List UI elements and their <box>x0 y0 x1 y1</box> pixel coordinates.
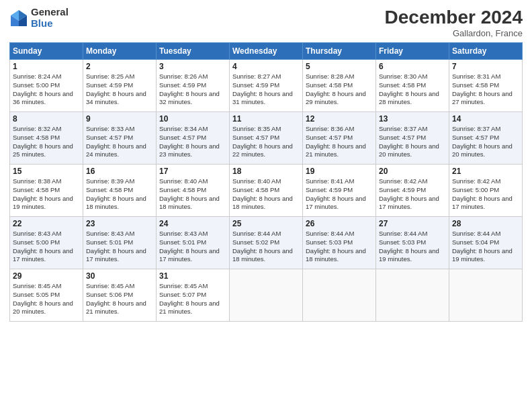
calendar-day-header: Wednesday <box>230 43 303 60</box>
cell-content: Sunrise: 8:35 AMSunset: 4:57 PMDaylight:… <box>232 125 293 158</box>
calendar-day-header: Thursday <box>303 43 376 60</box>
day-number: 3 <box>159 62 226 71</box>
calendar-cell: 6 Sunrise: 8:30 AMSunset: 4:58 PMDayligh… <box>376 60 449 112</box>
day-number: 31 <box>159 271 226 281</box>
cell-content: Sunrise: 8:37 AMSunset: 4:57 PMDaylight:… <box>452 125 513 158</box>
calendar-cell: 4 Sunrise: 8:27 AMSunset: 4:59 PMDayligh… <box>230 60 303 112</box>
cell-content: Sunrise: 8:43 AMSunset: 5:01 PMDaylight:… <box>86 230 146 263</box>
cell-content: Sunrise: 8:40 AMSunset: 4:58 PMDaylight:… <box>159 177 220 210</box>
calendar-table: SundayMondayTuesdayWednesdayThursdayFrid… <box>9 42 523 322</box>
cell-content: Sunrise: 8:27 AMSunset: 4:59 PMDaylight:… <box>232 73 293 105</box>
calendar-cell: 21 Sunrise: 8:42 AMSunset: 5:00 PMDaylig… <box>449 165 523 217</box>
calendar-cell: 22 Sunrise: 8:43 AMSunset: 5:00 PMDaylig… <box>10 217 83 269</box>
day-number: 6 <box>379 62 446 71</box>
logo-icon <box>9 9 28 28</box>
day-number: 25 <box>232 219 300 228</box>
calendar-cell <box>449 269 523 322</box>
calendar-cell: 28 Sunrise: 8:44 AMSunset: 5:04 PMDaylig… <box>449 217 523 269</box>
day-number: 12 <box>306 114 373 124</box>
day-number: 9 <box>86 114 153 124</box>
calendar-day-header: Friday <box>376 43 449 60</box>
calendar-cell: 15 Sunrise: 8:38 AMSunset: 4:58 PMDaylig… <box>10 165 83 217</box>
calendar-cell <box>303 269 376 322</box>
day-number: 11 <box>232 114 300 124</box>
logo-text: General Blue <box>31 7 69 29</box>
cell-content: Sunrise: 8:44 AMSunset: 5:03 PMDaylight:… <box>379 230 439 263</box>
calendar-cell <box>230 269 303 322</box>
calendar-cell: 8 Sunrise: 8:32 AMSunset: 4:58 PMDayligh… <box>10 112 83 165</box>
cell-content: Sunrise: 8:25 AMSunset: 4:59 PMDaylight:… <box>86 73 146 105</box>
day-number: 26 <box>306 219 373 228</box>
day-number: 17 <box>159 167 226 176</box>
calendar-header-row: SundayMondayTuesdayWednesdayThursdayFrid… <box>10 43 523 60</box>
day-number: 7 <box>452 62 519 71</box>
location: Gallardon, France <box>385 28 523 38</box>
day-number: 19 <box>306 167 373 176</box>
day-number: 21 <box>452 167 519 176</box>
day-number: 4 <box>232 62 300 71</box>
cell-content: Sunrise: 8:28 AMSunset: 4:58 PMDaylight:… <box>306 73 366 105</box>
day-number: 22 <box>13 219 80 228</box>
calendar-cell: 30 Sunrise: 8:45 AMSunset: 5:06 PMDaylig… <box>83 269 157 322</box>
day-number: 2 <box>86 62 153 71</box>
calendar-cell: 7 Sunrise: 8:31 AMSunset: 4:58 PMDayligh… <box>449 60 523 112</box>
calendar-week-row: 8 Sunrise: 8:32 AMSunset: 4:58 PMDayligh… <box>10 112 523 165</box>
cell-content: Sunrise: 8:39 AMSunset: 4:58 PMDaylight:… <box>86 177 146 210</box>
calendar-cell: 31 Sunrise: 8:45 AMSunset: 5:07 PMDaylig… <box>157 269 230 322</box>
cell-content: Sunrise: 8:45 AMSunset: 5:05 PMDaylight:… <box>13 282 73 315</box>
calendar-week-row: 22 Sunrise: 8:43 AMSunset: 5:00 PMDaylig… <box>10 217 523 269</box>
day-number: 8 <box>13 114 80 124</box>
calendar-cell: 24 Sunrise: 8:43 AMSunset: 5:01 PMDaylig… <box>157 217 230 269</box>
day-number: 5 <box>306 62 373 71</box>
day-number: 27 <box>379 219 446 228</box>
day-number: 20 <box>379 167 446 176</box>
cell-content: Sunrise: 8:32 AMSunset: 4:58 PMDaylight:… <box>13 125 73 158</box>
calendar-cell: 29 Sunrise: 8:45 AMSunset: 5:05 PMDaylig… <box>10 269 83 322</box>
cell-content: Sunrise: 8:24 AMSunset: 5:00 PMDaylight:… <box>13 73 73 105</box>
calendar-cell: 11 Sunrise: 8:35 AMSunset: 4:57 PMDaylig… <box>230 112 303 165</box>
cell-content: Sunrise: 8:42 AMSunset: 4:59 PMDaylight:… <box>379 177 439 210</box>
cell-content: Sunrise: 8:44 AMSunset: 5:04 PMDaylight:… <box>452 230 513 263</box>
logo-blue-text: Blue <box>31 18 69 30</box>
header: General Blue December 2024 Gallardon, Fr… <box>9 7 523 38</box>
day-number: 15 <box>13 167 80 176</box>
calendar-cell: 23 Sunrise: 8:43 AMSunset: 5:01 PMDaylig… <box>83 217 157 269</box>
calendar-cell: 5 Sunrise: 8:28 AMSunset: 4:58 PMDayligh… <box>303 60 376 112</box>
cell-content: Sunrise: 8:44 AMSunset: 5:03 PMDaylight:… <box>306 230 366 263</box>
day-number: 13 <box>379 114 446 124</box>
title-block: December 2024 Gallardon, France <box>385 7 523 38</box>
calendar-cell: 9 Sunrise: 8:33 AMSunset: 4:57 PMDayligh… <box>83 112 157 165</box>
day-number: 10 <box>159 114 226 124</box>
cell-content: Sunrise: 8:40 AMSunset: 4:58 PMDaylight:… <box>232 177 293 210</box>
calendar-week-row: 1 Sunrise: 8:24 AMSunset: 5:00 PMDayligh… <box>10 60 523 112</box>
calendar-day-header: Sunday <box>10 43 83 60</box>
month-title: December 2024 <box>385 7 523 28</box>
logo: General Blue <box>9 7 69 29</box>
cell-content: Sunrise: 8:34 AMSunset: 4:57 PMDaylight:… <box>159 125 220 158</box>
cell-content: Sunrise: 8:44 AMSunset: 5:02 PMDaylight:… <box>232 230 293 263</box>
cell-content: Sunrise: 8:26 AMSunset: 4:59 PMDaylight:… <box>159 73 220 105</box>
day-number: 18 <box>232 167 300 176</box>
logo-general-text: General <box>31 7 69 18</box>
calendar-day-header: Tuesday <box>157 43 230 60</box>
cell-content: Sunrise: 8:31 AMSunset: 4:58 PMDaylight:… <box>452 73 513 105</box>
day-number: 28 <box>452 219 519 228</box>
cell-content: Sunrise: 8:42 AMSunset: 5:00 PMDaylight:… <box>452 177 513 210</box>
calendar-cell: 20 Sunrise: 8:42 AMSunset: 4:59 PMDaylig… <box>376 165 449 217</box>
calendar-cell: 3 Sunrise: 8:26 AMSunset: 4:59 PMDayligh… <box>157 60 230 112</box>
day-number: 23 <box>86 219 153 228</box>
calendar-cell: 10 Sunrise: 8:34 AMSunset: 4:57 PMDaylig… <box>157 112 230 165</box>
calendar-cell: 19 Sunrise: 8:41 AMSunset: 4:59 PMDaylig… <box>303 165 376 217</box>
calendar-cell: 2 Sunrise: 8:25 AMSunset: 4:59 PMDayligh… <box>83 60 157 112</box>
calendar-cell <box>376 269 449 322</box>
day-number: 24 <box>159 219 226 228</box>
cell-content: Sunrise: 8:45 AMSunset: 5:06 PMDaylight:… <box>86 282 146 315</box>
calendar-cell: 17 Sunrise: 8:40 AMSunset: 4:58 PMDaylig… <box>157 165 230 217</box>
cell-content: Sunrise: 8:45 AMSunset: 5:07 PMDaylight:… <box>159 282 220 315</box>
calendar-cell: 1 Sunrise: 8:24 AMSunset: 5:00 PMDayligh… <box>10 60 83 112</box>
cell-content: Sunrise: 8:43 AMSunset: 5:01 PMDaylight:… <box>159 230 220 263</box>
calendar-day-header: Saturday <box>449 43 523 60</box>
page-container: General Blue December 2024 Gallardon, Fr… <box>0 0 532 411</box>
calendar-week-row: 15 Sunrise: 8:38 AMSunset: 4:58 PMDaylig… <box>10 165 523 217</box>
calendar-day-header: Monday <box>83 43 157 60</box>
